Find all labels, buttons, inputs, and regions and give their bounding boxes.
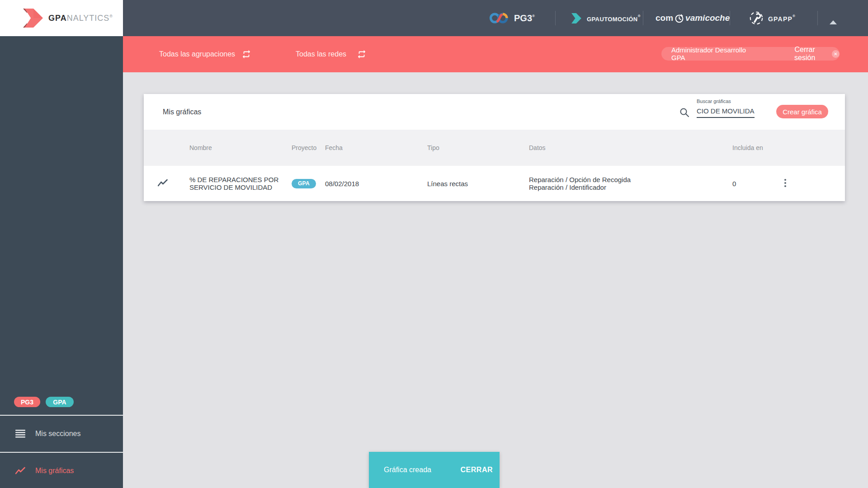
create-chart-button[interactable]: Crear gráfica (776, 105, 828, 118)
clock-icon (675, 14, 684, 23)
wrench-icon (749, 10, 764, 26)
snackbar: Gráfica creada CERRAR (369, 452, 500, 488)
column-header-tipo: Tipo (427, 144, 529, 151)
gpautomocion-arrow-icon (571, 12, 583, 24)
filter-bar: Todas las agrupaciones Todas las redes A… (123, 36, 868, 72)
gpanalytics-brand: GPANALYTICS® (0, 0, 123, 36)
swap-groupings-icon[interactable] (241, 49, 251, 59)
topbar-divider (555, 11, 556, 25)
gpautomocion-logo[interactable]: GPAUTOMOCIÓN® (571, 0, 641, 36)
topbar-divider (643, 11, 643, 25)
collapse-header-arrow-icon[interactable] (830, 20, 837, 24)
snackbar-close-button[interactable]: CERRAR (461, 466, 493, 474)
page-title: Mis gráficas (163, 94, 201, 130)
column-header-incluida-en: Incluida en (732, 144, 777, 151)
project-badge: GPA (292, 179, 316, 188)
groupings-filter-label: Todas las agrupaciones (159, 36, 235, 72)
data-cell: Reparación / Opción de Recogida Reparaci… (529, 176, 732, 191)
column-header-nombre: Nombre (189, 144, 292, 151)
comovamicoche-logo[interactable]: com vamicoche (656, 0, 730, 36)
topbar-divider (817, 11, 818, 25)
pg3-badge[interactable]: PG3 (14, 397, 40, 407)
chart-line-icon (158, 179, 168, 187)
card-header: Mis gráficas Buscar gráficas CIO DE MOVI… (144, 94, 845, 130)
chart-name-cell: % DE REPARACIONES POR SERVICIO DE MOVILI… (189, 176, 292, 191)
close-session-icon[interactable]: ✕ (832, 50, 840, 58)
gpapp-logo[interactable]: GPAPP® (749, 0, 796, 36)
sections-list-icon (15, 430, 25, 438)
type-cell: Líneas rectas (427, 180, 529, 188)
date-cell: 08/02/2018 (325, 180, 427, 188)
column-header-proyecto: Proyecto (292, 144, 325, 151)
row-menu-kebab-icon[interactable] (777, 178, 845, 189)
gpanalytics-logo-icon (21, 8, 44, 28)
topbar-divider (730, 11, 730, 25)
swap-networks-icon[interactable] (357, 49, 367, 59)
pg3-infinity-icon (489, 11, 510, 25)
gpa-badge[interactable]: GPA (46, 397, 74, 407)
column-header-fecha: Fecha (325, 144, 427, 151)
sidebar-item-mis-graficas[interactable]: Mis gráficas (0, 453, 123, 488)
search-icon[interactable] (679, 108, 689, 117)
sidebar-badges: PG3 GPA (14, 397, 74, 407)
snackbar-message: Gráfica creada (384, 466, 431, 474)
user-name-label: Administrador Desarrollo GPA (671, 46, 761, 61)
table-row[interactable]: % DE REPARACIONES POR SERVICIO DE MOVILI… (144, 166, 845, 201)
charts-card: Mis gráficas Buscar gráficas CIO DE MOVI… (144, 94, 845, 201)
column-header-datos: Datos (529, 144, 732, 151)
table-header-row: Nombre Proyecto Fecha Tipo Datos Incluid… (144, 130, 845, 166)
chart-line-icon (15, 467, 25, 475)
app-window: GPANALYTICS® PG3® GPAUTOMOCIÓN® com (0, 0, 868, 488)
networks-filter-label: Todas las redes (296, 36, 346, 72)
sidebar-item-mis-secciones[interactable]: Mis secciones (0, 416, 123, 452)
included-in-cell: 0 (732, 180, 777, 188)
search-input[interactable]: Buscar gráficas CIO DE MOVILIDAD (697, 99, 755, 118)
user-session-pill: Administrador Desarrollo GPA Cerrar sesi… (661, 47, 840, 61)
pg3-logo[interactable]: PG3® (489, 0, 535, 36)
brand-wordmark: GPANALYTICS® (48, 14, 113, 23)
search-input-label: Buscar gráficas (697, 99, 755, 104)
logout-button[interactable]: Cerrar sesión (783, 46, 826, 62)
project-cell: GPA (292, 179, 325, 188)
sidebar: PG3 GPA Mis secciones Mis gráficas (0, 36, 123, 488)
topbar: GPANALYTICS® PG3® GPAUTOMOCIÓN® com (0, 0, 868, 36)
